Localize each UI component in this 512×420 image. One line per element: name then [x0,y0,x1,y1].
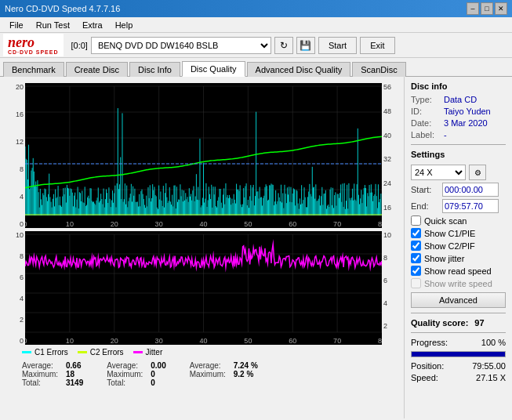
bottom-chart-canvas [25,231,382,345]
menu-extra[interactable]: Extra [76,19,109,31]
y-left-top-16: 16 [5,110,24,118]
c1-total-value: 3149 [66,378,83,387]
c1-color-swatch [22,351,31,353]
speed-row: 24 X ⚙ [411,165,506,180]
y-right-top-48: 48 [383,107,402,115]
y-right-top-32: 32 [383,155,402,163]
top-chart-canvas [25,83,382,228]
y-left-bot-2: 2 [5,316,24,324]
quality-score-row: Quality score: 97 [411,318,506,328]
maximize-button[interactable]: □ [481,2,493,15]
show-jitter-label: Show jitter [424,254,464,263]
menu-run-test[interactable]: Run Test [30,19,76,31]
tab-benchmark[interactable]: Benchmark [3,62,64,77]
y-left-bot-6: 6 [5,273,24,281]
quick-scan-checkbox[interactable] [411,215,421,226]
start-button[interactable]: Start [318,37,357,54]
tab-scan-disc[interactable]: ScanDisc [352,62,405,77]
advanced-button[interactable]: Advanced [411,292,506,308]
position-label: Position: [411,361,444,371]
c2-stats: Average:0.00 Maximum:0 Total:0 [107,361,165,387]
c2-max-label: Maximum: [107,370,146,378]
window-controls: – □ ✕ [467,2,507,15]
progress-bar-inner [412,352,505,357]
checkbox-jitter: Show jitter [411,253,506,263]
end-row: End: [411,199,506,213]
jitter-stats: Average:7.24 % Maximum:9.2 % [190,361,258,387]
speed-select[interactable]: 24 X [411,165,466,180]
logo-text: nero [8,35,59,49]
tab-create-disc[interactable]: Create Disc [66,62,128,77]
c1-max-label: Maximum: [22,370,61,378]
y-left-top-4: 4 [5,193,24,201]
menu-file[interactable]: File [3,19,30,31]
checkbox-write-speed: Show write speed [411,278,506,288]
show-c2-checkbox[interactable] [411,241,421,251]
start-row: Start: [411,183,506,197]
disc-id-label: ID: [411,107,441,116]
title-bar: Nero CD-DVD Speed 4.7.7.16 – □ ✕ [0,0,512,17]
menu-help[interactable]: Help [109,19,140,31]
show-write-speed-checkbox [411,278,421,288]
toolbar: nero CD·DVD SPEED [0:0] BENQ DVD DD DW16… [0,33,512,58]
show-read-speed-label: Show read speed [424,266,492,276]
disc-label-row: Label: - [411,130,506,139]
speed-value: 27.15 X [476,373,506,382]
y-left-top-0: 0 [5,220,24,228]
progress-row: Progress: 100 % [411,338,506,347]
disc-info-title: Disc info [411,81,506,91]
app-title: Nero CD-DVD Speed 4.7.7.16 [5,4,120,13]
settings-icon[interactable]: ⚙ [469,165,486,180]
disc-label-label: Label: [411,130,441,139]
disc-id-row: ID: Taiyo Yuden [411,107,506,116]
y-right-bot-10: 10 [383,231,402,239]
show-c1-label: Show C1/PIE [424,229,475,238]
progress-bar-outer [411,351,506,357]
legend-jitter: Jitter [133,348,163,357]
y-right-bot-6: 6 [383,277,402,284]
tab-disc-info[interactable]: Disc Info [129,62,180,77]
legend-c2: C2 Errors [78,348,124,357]
y-left-top-12: 12 [5,138,24,146]
y-right-top-56: 56 [383,83,402,91]
menu-bar: File Run Test Extra Help [0,17,512,33]
settings-title: Settings [411,150,506,159]
tab-bar: Benchmark Create Disc Disc Info Disc Qua… [0,58,512,77]
start-time-input[interactable] [442,183,499,197]
y-left-bot-0: 0 [5,337,24,345]
c2-avg-label: Average: [107,361,146,370]
show-read-speed-checkbox[interactable] [411,266,421,276]
drive-select[interactable]: BENQ DVD DD DW1640 BSLB [91,37,271,54]
show-jitter-checkbox[interactable] [411,253,421,263]
c1-total-label: Total: [22,378,61,387]
c1-max-value: 18 [66,370,74,378]
y-right-top-40: 40 [383,132,402,139]
close-button[interactable]: ✕ [495,2,507,15]
minimize-button[interactable]: – [467,2,479,15]
legend-jitter-label: Jitter [146,348,163,357]
legend-c1: C1 Errors [22,348,68,357]
c1-avg-label: Average: [22,361,61,370]
speed-label: Speed: [411,373,438,382]
position-value: 79:55.00 [472,361,506,371]
exit-button[interactable]: Exit [360,37,394,54]
refresh-icon[interactable]: ↻ [274,37,293,54]
start-label: Start: [411,185,439,194]
progress-label: Progress: [411,338,448,347]
c2-total-label: Total: [107,378,146,387]
legend-c1-label: C1 Errors [34,348,68,357]
tab-advanced-disc-quality[interactable]: Advanced Disc Quality [247,62,351,77]
quick-scan-label: Quick scan [424,216,467,226]
disc-label-value: - [444,130,447,139]
c2-color-swatch [78,351,87,353]
disc-id-value: Taiyo Yuden [444,107,491,116]
disc-date-row: Date: 3 Mar 2020 [411,118,506,128]
tab-disc-quality[interactable]: Disc Quality [182,61,245,77]
main-content: 20 16 12 8 4 0 56 48 40 32 24 16 10 [0,77,512,418]
drive-label: [0:0] [71,41,88,50]
show-c1-checkbox[interactable] [411,228,421,238]
end-time-input[interactable] [442,199,499,213]
quality-score-label: Quality score: [411,318,468,328]
show-c2-label: Show C2/PIF [424,241,475,251]
save-icon[interactable]: 💾 [296,37,315,54]
